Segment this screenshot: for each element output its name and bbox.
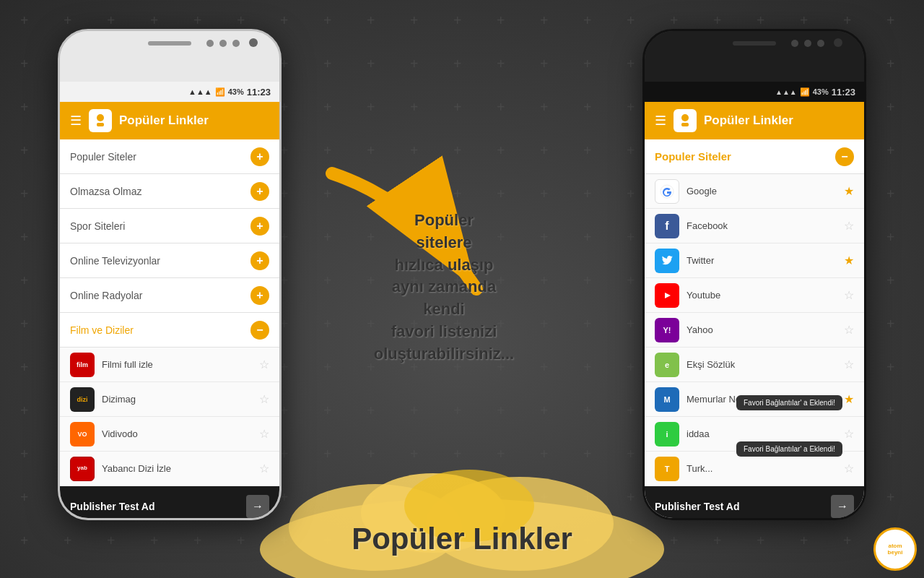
left-signal-icon: ▲▲▲ [188, 87, 212, 96]
center-description: Popüler sitelere hızlıca ulaşıp aynı zam… [354, 210, 534, 366]
left-app-header: ☰ Popüler Linkler [60, 102, 279, 139]
right-ad-arrow[interactable]: → [831, 495, 854, 518]
left-site-yabanci-icon: yab [70, 457, 95, 481]
left-ad-text: Publisher Test Ad [70, 501, 154, 512]
right-hamburger-icon[interactable]: ☰ [655, 113, 666, 129]
right-site-turk-icon: T [655, 457, 679, 481]
phone-btn-3 [232, 40, 240, 47]
svg-rect-12 [681, 123, 689, 126]
right-cat-populer-btn[interactable]: − [835, 147, 854, 166]
left-cat-populer[interactable]: Populer Siteler + [60, 139, 279, 174]
right-phone-btn-1 [791, 40, 798, 47]
left-header-logo [89, 109, 112, 132]
phone-btn-1 [206, 40, 214, 47]
right-screen: ▲▲▲ 📶 43% 11:23 ☰ Popüler Linkler Popule… [645, 82, 864, 520]
left-site-dizimag-star[interactable]: ☆ [259, 392, 269, 406]
right-site-turk-star[interactable]: ☆ [844, 462, 854, 475]
left-site-vidivodo-icon: VO [70, 422, 95, 447]
right-header-logo [674, 109, 697, 132]
right-site-eksi[interactable]: e Ekşi Sözlük ☆ [645, 348, 864, 382]
right-site-twitter-star[interactable]: ★ [844, 254, 854, 267]
left-time: 11:23 [247, 87, 271, 98]
phone-speaker [148, 41, 191, 46]
left-cat-tv[interactable]: Online Televizyonlar + [60, 243, 279, 278]
right-site-eksi-star[interactable]: ☆ [844, 358, 854, 371]
right-phone-top [645, 31, 864, 82]
right-site-yahoo-star[interactable]: ☆ [844, 323, 854, 337]
left-status-bar: ▲▲▲ 📶 43% 11:23 [60, 82, 279, 102]
phone-camera [249, 38, 258, 47]
right-site-yahoo[interactable]: Y! Yahoo ☆ [645, 313, 864, 348]
left-site-filmi[interactable]: film Filmi full izle ☆ [60, 348, 279, 382]
right-site-youtube[interactable]: Youtube ☆ [645, 278, 864, 313]
right-cat-populer-header[interactable]: Populer Siteler − [645, 139, 864, 174]
right-site-eksi-name: Ekşi Sözlük [687, 359, 837, 370]
right-site-memurlar-star[interactable]: ★ [844, 392, 854, 406]
left-site-vidivodo[interactable]: VO Vidivodo ☆ [60, 417, 279, 452]
right-phone-buttons [791, 40, 824, 47]
left-site-filmi-star[interactable]: ☆ [259, 358, 269, 371]
right-phone: ▲▲▲ 📶 43% 11:23 ☰ Popüler Linkler Popule… [642, 29, 866, 520]
right-signal-icon: ▲▲▲ [775, 88, 797, 96]
left-phone: ▲▲▲ 📶 43% 11:23 ☰ Popüler Linkler Popule… [58, 29, 282, 520]
left-site-yabanci-name: Yabancı Dizi İzle [102, 463, 252, 474]
right-site-twitter-icon [655, 249, 679, 273]
left-cat-populer-btn[interactable]: + [250, 147, 269, 166]
left-cat-olmazsa-btn[interactable]: + [250, 182, 269, 201]
left-cat-film[interactable]: Film ve Diziler − [60, 313, 279, 348]
right-site-memurlar-icon: M [655, 387, 679, 412]
left-screen: ▲▲▲ 📶 43% 11:23 ☰ Popüler Linkler Popule… [60, 82, 279, 520]
right-site-iddaa-star[interactable]: ☆ [844, 427, 854, 441]
right-site-twitter-name: Twitter [687, 255, 837, 266]
right-ad-text: Publisher Test Ad [655, 501, 739, 512]
left-ad-banner[interactable]: Publisher Test Ad → [60, 486, 279, 520]
left-site-dizimag-name: Dizimag [102, 394, 252, 405]
left-cat-film-label: Film ve Diziler [70, 324, 134, 336]
left-site-yabanci[interactable]: yab Yabancı Dizi İzle ☆ [60, 452, 279, 486]
left-cat-tv-btn[interactable]: + [250, 251, 269, 270]
left-cat-radio-btn[interactable]: + [250, 286, 269, 305]
tooltip-bubble: Favori Bağlantılar' a Eklendi! [736, 395, 842, 410]
left-site-yabanci-star[interactable]: ☆ [259, 462, 269, 475]
watermark-circle: atombeyni [873, 527, 917, 571]
right-site-yahoo-name: Yahoo [687, 324, 837, 335]
right-site-facebook-name: Facebook [687, 220, 837, 231]
right-site-youtube-icon [655, 283, 679, 308]
left-site-vidivodo-star[interactable]: ☆ [259, 427, 269, 441]
right-site-google[interactable]: Google ★ [645, 174, 864, 209]
left-cat-film-btn[interactable]: − [250, 321, 269, 340]
right-header-title: Popüler Linkler [704, 113, 793, 128]
left-site-dizimag[interactable]: dizi Dizimag ☆ [60, 382, 279, 417]
watermark: atombeyni [873, 527, 917, 571]
right-site-turk-name: Turk... [687, 463, 837, 474]
left-cat-olmazsa-label: Olmazsa Olmaz [70, 186, 142, 197]
phone-btn-2 [219, 40, 227, 47]
svg-rect-7 [97, 123, 104, 126]
right-phone-camera [834, 38, 842, 47]
right-phone-btn-2 [804, 40, 811, 47]
right-site-facebook[interactable]: f Facebook ☆ [645, 209, 864, 243]
right-site-google-star[interactable]: ★ [844, 184, 854, 198]
right-ad-banner[interactable]: Publisher Test Ad → [645, 486, 864, 520]
right-phone-btn-3 [817, 40, 824, 47]
left-ad-arrow[interactable]: → [246, 495, 269, 518]
left-cat-tv-label: Online Televizyonlar [70, 255, 160, 267]
right-site-turk[interactable]: T Turk... ☆ Favori Bağlantılar' a Eklend… [645, 452, 864, 486]
svg-point-6 [97, 114, 104, 121]
right-site-youtube-star[interactable]: ☆ [844, 288, 854, 302]
left-hamburger-icon[interactable]: ☰ [70, 113, 82, 129]
left-cat-olmazsa[interactable]: Olmazsa Olmaz + [60, 174, 279, 209]
right-site-facebook-star[interactable]: ☆ [844, 219, 854, 233]
left-site-dizimag-icon: dizi [70, 387, 95, 412]
right-site-eksi-icon: e [655, 353, 679, 377]
left-status-icons: ▲▲▲ 📶 43% 11:23 [188, 87, 271, 98]
left-cat-populer-label: Populer Siteler [70, 151, 136, 163]
right-status-icons: ▲▲▲ 📶 43% 11:23 [775, 87, 855, 98]
left-cat-radio[interactable]: Online Radyolar + [60, 278, 279, 313]
left-cat-spor-btn[interactable]: + [250, 217, 269, 236]
left-site-filmi-name: Filmi full izle [102, 359, 252, 370]
right-site-twitter[interactable]: Twitter ★ [645, 243, 864, 278]
svg-point-11 [681, 114, 689, 121]
left-cat-spor[interactable]: Spor Siteleri + [60, 209, 279, 243]
right-site-facebook-icon: f [655, 214, 679, 238]
